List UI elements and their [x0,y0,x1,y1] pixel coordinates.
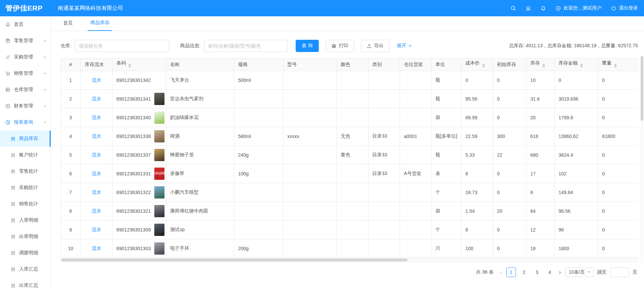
warehouse-select[interactable] [75,40,169,52]
category-cell [368,183,400,202]
stock-flow-link[interactable]: 流水 [92,227,101,232]
table-row: 8 流水 6901236301321 康师傅红烧牛肉面 袋 1.54 20 64… [61,202,639,220]
column-header-12[interactable]: 库存 [526,58,554,71]
cost-cell: 0 [461,71,493,89]
row-index: 3 [61,108,81,127]
sidebar-item-retail-stats[interactable]: 零售统计 [0,163,51,179]
page-button-4[interactable]: 4 [545,268,555,277]
init-stock-cell: 0 [493,164,526,183]
sidebar-item-purchase[interactable]: 采购管理 [0,49,51,65]
search-icon[interactable] [510,5,516,11]
row-index: 9 [61,220,81,239]
model-cell [283,164,336,183]
tab-product-stock[interactable]: 商品库存 [88,20,112,31]
export-icon [367,44,372,49]
sidebar-item-inbound-detail[interactable]: 入库明细 [0,212,51,228]
sidebar-item-finance[interactable]: 财务管理 [0,98,51,114]
sidebar-item-home[interactable]: 首页 [0,16,51,33]
init-stock-cell: 0 [493,71,526,89]
sidebar-item-sales[interactable]: 销售管理 [0,65,51,82]
expand-link[interactable]: 展开 [397,43,412,49]
column-header-10[interactable]: 成本价 [461,58,493,71]
column-header-14[interactable]: 重量 [598,58,639,71]
column-label: 初始库存 [497,62,516,67]
vertical-scrollbar[interactable] [641,56,643,263]
sidebar-item-product-stock[interactable]: 商品库存 [0,131,51,147]
logout-icon [611,5,616,11]
color-cell [336,89,368,108]
pagination-pages: 1234 [506,268,555,277]
prev-page-arrow[interactable]: ‹ [499,269,503,275]
horizontal-scrollbar-thumb[interactable] [61,259,407,261]
next-page-arrow[interactable]: › [558,269,562,275]
sidebar-item-label: 入库汇总 [19,266,38,272]
unit-cell: 袋 [431,202,461,220]
export-label: 导出 [374,43,384,49]
user-welcome[interactable]: 欢迎您，测试用户 [555,5,602,11]
sort-caret-icon[interactable] [580,62,583,69]
bell-icon[interactable] [540,5,546,11]
shelf-cell [400,220,431,239]
row-index: 8 [61,202,81,220]
sidebar-item-transfer-detail[interactable]: 调拨明细 [0,245,51,261]
sort-caret-icon[interactable] [128,62,131,69]
product-name-cell: 飞天茅台 [166,71,234,89]
column-label: 类别 [372,62,382,67]
sidebar-item-outbound-summary[interactable]: 出库汇总 [0,277,51,293]
stock-flow-link[interactable]: 流水 [92,152,101,157]
sidebar-item-retail[interactable]: 零售管理 [0,33,51,49]
stock-summary: 总库存: 4011.13，总库存金额: 166148.19，总重量: 62572… [509,43,638,49]
print-label: 打印 [339,43,348,49]
page-button-1[interactable]: 1 [506,268,516,277]
stock-flow-link[interactable]: 流水 [92,77,101,83]
stock-flow-link[interactable]: 流水 [92,115,101,120]
table-row: 4 流水 6901236301338 啤酒 580ml xxsxx 无色 目录3… [61,127,639,145]
stock-flow-link[interactable]: 流水 [92,96,101,101]
vertical-scrollbar-thumb[interactable] [641,56,643,121]
column-label: 名称 [170,62,180,67]
stock-flow-link[interactable]: 流水 [92,189,101,195]
shelf-cell [400,71,431,89]
spec-cell: 580ml [234,127,283,145]
sidebar-item-sales-stats[interactable]: 销售统计 [0,196,51,212]
shelf-cell [400,108,431,127]
report-doc-icon [11,251,16,256]
stock-flow-link[interactable]: 流水 [92,245,101,251]
page-size-select[interactable]: 10条/页 [565,268,594,277]
category-cell [368,239,400,258]
column-header-2[interactable]: 条码 [112,58,166,71]
export-button[interactable]: 导出 [361,40,389,52]
sidebar-item-label: 财务管理 [14,103,33,109]
sidebar-item-account-stats[interactable]: 账户统计 [0,147,51,163]
bank-icon[interactable] [525,5,531,11]
search-button[interactable]: 查询 [296,40,319,52]
tab-home[interactable]: 首页 [60,20,75,31]
print-button[interactable]: 打印 [326,40,354,52]
product-info-input[interactable] [204,40,288,52]
sort-caret-icon[interactable] [614,62,617,69]
horizontal-scrollbar[interactable] [60,258,638,262]
column-header-7: 类别 [368,58,400,71]
column-header-13[interactable]: 库存金额 [554,58,598,71]
model-cell [283,202,336,220]
page-button-3[interactable]: 3 [532,268,542,277]
jump-page-input[interactable] [610,268,629,277]
logout-button[interactable]: 退出登录 [611,5,638,11]
sidebar-item-inbound-summary[interactable]: 入库汇总 [0,261,51,277]
column-label: 库存金额 [559,60,578,66]
sidebar-item-warehouse[interactable]: 仓库管理 [0,82,51,98]
page-button-2[interactable]: 2 [519,268,529,277]
sort-caret-icon[interactable] [542,62,545,69]
stock-flow-link[interactable]: 流水 [92,133,101,139]
cost-cell: 22.59 [461,127,493,145]
table-row: 1 流水 6901236301342 飞天茅台 500ml 瓶 0 0 10 0… [61,71,639,89]
sidebar-item-purchase-stats[interactable]: 采购统计 [0,179,51,196]
stock-flow-link[interactable]: 流水 [92,171,101,176]
sidebar-item-outbound-detail[interactable]: 出库明细 [0,228,51,245]
sort-caret-icon[interactable] [482,62,485,69]
column-label: 条码 [117,60,126,66]
stock-flow-link[interactable]: 流水 [92,208,101,213]
product-name-cell: 康师傅红烧牛肉面 [166,202,234,220]
topbar-actions: 欢迎您，测试用户 退出登录 [510,5,644,11]
sidebar-item-reports[interactable]: 报表查询 [0,114,51,131]
